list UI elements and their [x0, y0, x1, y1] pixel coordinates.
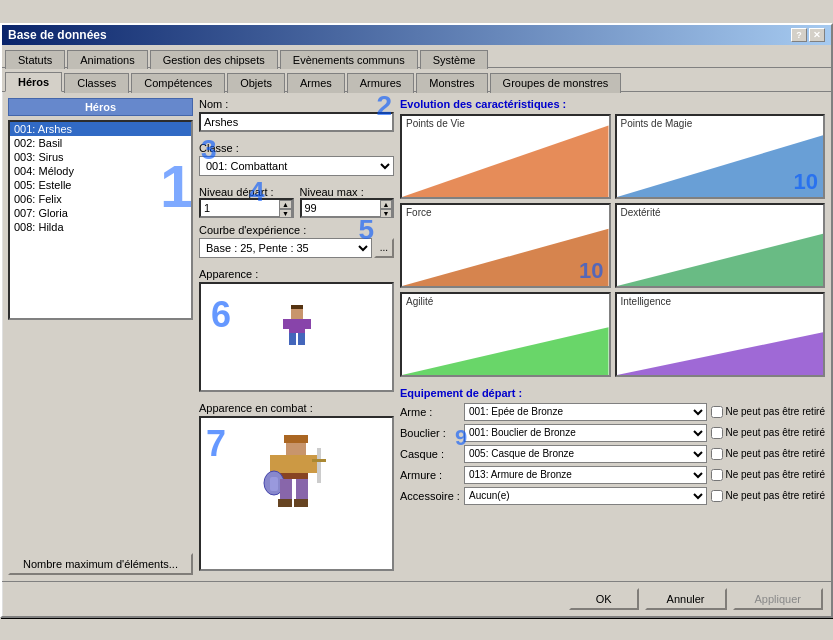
appliquer-button[interactable]: Appliquer [733, 588, 823, 610]
svg-marker-21 [402, 125, 609, 196]
equip-casque-checkbox-text: Ne peut pas être retiré [726, 448, 826, 459]
annuler-button[interactable]: Annuler [645, 588, 727, 610]
svg-rect-16 [312, 459, 326, 462]
equip-accessoire-checkbox[interactable] [711, 490, 723, 502]
equip-accessoire-select[interactable]: Aucun(e) [464, 487, 707, 505]
hero-list-item-002[interactable]: 002: Basil [10, 136, 191, 150]
courbe-edit-button[interactable]: ... [374, 238, 394, 258]
svg-rect-3 [305, 319, 311, 329]
equip-casque-select[interactable]: 005: Casque de Bronze [464, 445, 707, 463]
tab-systeme[interactable]: Système [420, 50, 489, 69]
equip-bouclier-checkbox[interactable] [711, 427, 723, 439]
classe-select[interactable]: 001: Combattant [199, 156, 394, 176]
hero-list[interactable]: 1 001: Arshes 002: Basil 003: Sirus 004:… [8, 120, 193, 320]
tab-heros[interactable]: Héros [5, 72, 62, 92]
courbe-select[interactable]: Base : 25, Pente : 35 [199, 238, 372, 258]
help-button[interactable]: ? [791, 28, 807, 42]
niveau-depart-input[interactable] [201, 200, 279, 216]
nom-input[interactable] [199, 112, 394, 132]
tab-statuts[interactable]: Statuts [5, 50, 65, 69]
equip-casque-checkbox-label: Ne peut pas être retiré [711, 448, 826, 460]
svg-rect-17 [280, 479, 292, 501]
svg-rect-10 [280, 473, 308, 479]
svg-rect-15 [317, 448, 321, 483]
apparence-box[interactable]: 6 [199, 282, 394, 392]
bottom-bar: OK Annuler Appliquer [2, 581, 831, 616]
apparence-label: Apparence : [199, 268, 394, 280]
equip-bouclier-checkbox-text: Ne peut pas être retiré [726, 427, 826, 438]
hero-list-item-008[interactable]: 008: Hilda [10, 220, 191, 234]
tab-objets[interactable]: Objets [227, 73, 285, 93]
tab-competences[interactable]: Compétences [131, 73, 225, 93]
tab-classes[interactable]: Classes [64, 73, 129, 93]
annotation-4: 4 [249, 176, 265, 208]
niveau-depart-down[interactable]: ▼ [279, 209, 291, 218]
main-content: Héros 1 001: Arshes 002: Basil 003: Siru… [2, 92, 831, 581]
tab-armes[interactable]: Armes [287, 73, 345, 93]
top-tab-row: Statuts Animations Gestion des chipsets … [2, 45, 831, 68]
tab-chipsets[interactable]: Gestion des chipsets [150, 50, 278, 69]
equip-arme-select[interactable]: 001: Epée de Bronze [464, 403, 707, 421]
chart-int-label: Intelligence [621, 296, 672, 307]
svg-rect-8 [284, 435, 308, 443]
niveau-max-up[interactable]: ▲ [380, 200, 392, 209]
niveau-max-spinner: ▲ ▼ [300, 198, 395, 218]
svg-marker-25 [402, 327, 609, 375]
close-button[interactable]: ✕ [809, 28, 825, 42]
chart-force-label: Force [406, 207, 432, 218]
equip-arme-checkbox[interactable] [711, 406, 723, 418]
tab-monstres[interactable]: Monstres [416, 73, 487, 93]
combat-box[interactable]: 7 [199, 416, 394, 571]
chart-agi-label: Agilité [406, 296, 433, 307]
annotation-7: 7 [206, 423, 226, 465]
svg-rect-2 [283, 319, 289, 329]
svg-rect-4 [289, 333, 296, 345]
equip-armure-label: Armure : [400, 469, 460, 481]
niveau-depart-buttons: ▲ ▼ [279, 200, 291, 216]
chart-pv-label: Points de Vie [406, 118, 465, 129]
equip-casque-label: Casque : [400, 448, 460, 460]
svg-rect-18 [296, 479, 308, 501]
caracteristiques-title: Evolution des caractéristiques : [400, 98, 825, 110]
combat-sprite [262, 433, 332, 553]
equip-bouclier-select[interactable]: 001: Bouclier de Bronze [464, 424, 707, 442]
svg-marker-26 [617, 332, 824, 375]
tab-animations[interactable]: Animations [67, 50, 147, 69]
classe-label: Classe : [199, 142, 394, 154]
annotation-2: 2 [376, 90, 392, 122]
niveau-max-down[interactable]: ▼ [380, 209, 392, 218]
equip-row-arme: Arme : 001: Epée de Bronze Ne peut pas ê… [400, 403, 825, 421]
chart-dex-label: Dextérité [621, 207, 661, 218]
charts-grid: Points de Vie Points de Magie 10 [400, 114, 825, 377]
niveau-max-label: Niveau max : [300, 186, 395, 198]
svg-rect-19 [278, 499, 292, 507]
bottom-tab-row: Héros Classes Compétences Objets Armes A… [2, 68, 831, 92]
niveau-max-group: Niveau max : ▲ ▼ [300, 186, 395, 218]
svg-marker-23 [402, 228, 609, 285]
niveau-depart-up[interactable]: ▲ [279, 200, 291, 209]
equip-armure-checkbox[interactable] [711, 469, 723, 481]
chart-pm-label: Points de Magie [621, 118, 693, 129]
svg-rect-6 [291, 305, 303, 309]
equip-row-casque: Casque : 005: Casque de Bronze Ne peut p… [400, 445, 825, 463]
hero-list-title: Héros [8, 98, 193, 116]
equipment-section: Equipement de départ : Arme : 001: Epée … [400, 387, 825, 508]
equip-armure-select[interactable]: 013: Armure de Bronze [464, 466, 707, 484]
niveau-depart-label: Niveau départ : [199, 186, 294, 198]
svg-marker-24 [617, 233, 824, 285]
title-bar-buttons: ? ✕ [791, 28, 825, 42]
max-elements-button[interactable]: Nombre maximum d'éléments... [8, 553, 193, 575]
nom-label: Nom : [199, 98, 394, 110]
ok-button[interactable]: OK [569, 588, 639, 610]
middle-panel: Nom : 2 Classe : 001: Combattant 3 Nivea… [199, 98, 394, 575]
svg-rect-11 [270, 455, 280, 473]
hero-list-item-001[interactable]: 001: Arshes [10, 122, 191, 136]
chart-dexterite: Dextérité [615, 203, 826, 288]
svg-rect-20 [294, 499, 308, 507]
left-panel: Héros 1 001: Arshes 002: Basil 003: Siru… [8, 98, 193, 575]
tab-evenements[interactable]: Evènements communs [280, 50, 418, 69]
character-sprite [279, 305, 315, 369]
equip-bouclier-label: Bouclier : [400, 427, 460, 439]
tab-groupes[interactable]: Groupes de monstres [490, 73, 622, 93]
equip-casque-checkbox[interactable] [711, 448, 723, 460]
